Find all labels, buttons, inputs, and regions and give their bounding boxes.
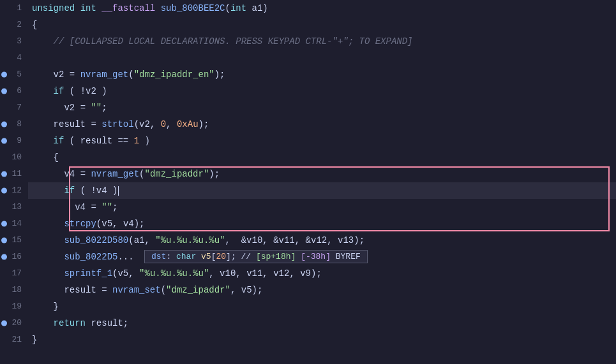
- line-number: 12: [0, 182, 28, 199]
- code-line: 14 strcpy(v5, v4);: [0, 215, 616, 232]
- breakpoint-dot[interactable]: [1, 89, 7, 94]
- line-number: 15: [0, 232, 28, 249]
- breakpoint-dot[interactable]: [1, 171, 7, 177]
- code-line: 7 v2 = "";: [0, 99, 616, 116]
- line-number: 1: [0, 0, 28, 17]
- code-line: 10 {: [0, 149, 616, 166]
- line-content: if ( result == 1 ): [28, 133, 616, 149]
- line-number: 19: [0, 298, 28, 315]
- code-line: 6 if ( !v2 ): [0, 83, 616, 99]
- breakpoint-dot[interactable]: [1, 254, 7, 260]
- line-number: 17: [0, 265, 28, 282]
- breakpoint-dot[interactable]: [1, 138, 7, 144]
- code-line: 17 sprintf_1(v5, "%u.%u.%u.%u", v10, v11…: [0, 265, 616, 282]
- code-line: 20 return result;: [0, 315, 616, 331]
- code-line: 5 v2 = nvram_get("dmz_ipaddr_en");: [0, 66, 616, 83]
- code-line: 1unsigned int __fastcall sub_800BEE2C(in…: [0, 0, 616, 17]
- line-content: result = strtol(v2, 0, 0xAu);: [28, 116, 616, 133]
- code-line: 2{: [0, 17, 616, 33]
- line-number: 6: [0, 83, 28, 99]
- line-content: {: [28, 17, 616, 33]
- line-number: 5: [0, 66, 28, 83]
- line-number: 9: [0, 133, 28, 149]
- line-content: v2 = nvram_get("dmz_ipaddr_en");: [28, 66, 616, 83]
- line-content: sprintf_1(v5, "%u.%u.%u.%u", v10, v11, v…: [28, 265, 616, 282]
- code-line: 4: [0, 50, 616, 66]
- code-line: 11 v4 = nvram_get("dmz_ipaddr");: [0, 166, 616, 182]
- line-content: }: [28, 298, 616, 315]
- line-content: strcpy(v5, v4);: [28, 215, 616, 232]
- code-view: 1unsigned int __fastcall sub_800BEE2C(in…: [0, 0, 616, 364]
- line-content: }: [28, 331, 616, 348]
- breakpoint-dot[interactable]: [1, 122, 7, 127]
- line-content: [28, 50, 616, 66]
- line-content: v2 = "";: [28, 99, 616, 116]
- line-content: result = nvram_set("dmz_ipaddr", v5);: [28, 282, 616, 298]
- line-number: 16: [0, 249, 28, 265]
- line-number: 8: [0, 116, 28, 133]
- code-line: 12 if ( !v4 ): [0, 182, 616, 199]
- line-number: 14: [0, 215, 28, 232]
- line-content: v4 = nvram_get("dmz_ipaddr");: [28, 166, 616, 182]
- line-content: if ( !v4 ): [28, 182, 616, 199]
- line-number: 13: [0, 199, 28, 215]
- line-content: // [COLLAPSED LOCAL DECLARATIONS. PRESS …: [28, 33, 616, 50]
- breakpoint-dot[interactable]: [1, 238, 7, 244]
- code-line: 13 v4 = "";: [0, 199, 616, 215]
- breakpoint-dot[interactable]: [1, 321, 7, 326]
- breakpoint-dot[interactable]: [1, 188, 7, 194]
- line-number: 18: [0, 282, 28, 298]
- type-tooltip: dst: char v5[20]; // [sp+18h] [-38h] BYR…: [144, 250, 368, 263]
- breakpoint-dot[interactable]: [1, 72, 7, 78]
- line-number: 7: [0, 99, 28, 116]
- breakpoint-dot[interactable]: [1, 221, 7, 227]
- code-line: 8 result = strtol(v2, 0, 0xAu);: [0, 116, 616, 133]
- line-number: 10: [0, 149, 28, 166]
- line-content: sub_8022D580(a1, "%u.%u.%u.%u", &v10, &v…: [28, 232, 616, 249]
- line-content: return result;: [28, 315, 616, 331]
- code-line: 18 result = nvram_set("dmz_ipaddr", v5);: [0, 282, 616, 298]
- line-number: 2: [0, 17, 28, 33]
- line-number: 21: [0, 331, 28, 348]
- line-content: unsigned int __fastcall sub_800BEE2C(int…: [28, 0, 616, 17]
- code-line: 15 sub_8022D580(a1, "%u.%u.%u.%u", &v10,…: [0, 232, 616, 249]
- code-line: 3 // [COLLAPSED LOCAL DECLARATIONS. PRES…: [0, 33, 616, 50]
- code-line: 19 }: [0, 298, 616, 315]
- line-number: 11: [0, 166, 28, 182]
- code-line: 9 if ( result == 1 ): [0, 133, 616, 149]
- line-content: v4 = "";: [28, 199, 616, 215]
- code-line: 21}: [0, 331, 616, 348]
- line-number: 3: [0, 33, 28, 50]
- line-content: if ( !v2 ): [28, 83, 616, 99]
- line-number: 4: [0, 50, 28, 66]
- line-content: {: [28, 149, 616, 166]
- line-number: 20: [0, 315, 28, 331]
